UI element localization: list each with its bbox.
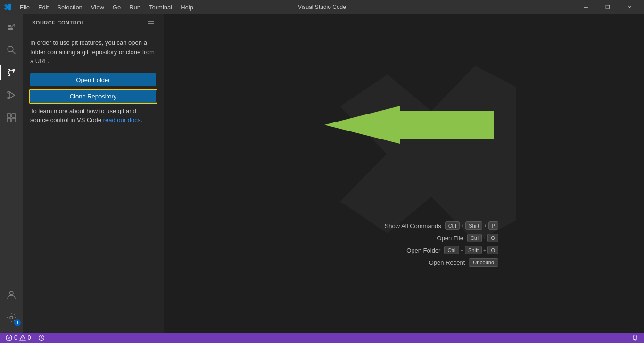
menu-edit[interactable]: Edit	[34, 3, 52, 12]
error-count: 0	[14, 335, 17, 341]
shortcut-keys-open-recent: Unbound	[469, 258, 498, 267]
svg-rect-14	[7, 118, 11, 122]
editor-area: Show All Commands Ctrl + Shift + P Open …	[164, 14, 644, 333]
titlebar-title: Visual Studio Code	[298, 4, 346, 10]
activity-icon-run-debug[interactable]	[0, 84, 23, 106]
warning-icon: !	[19, 335, 26, 341]
menu-terminal[interactable]: Terminal	[145, 3, 176, 12]
warning-count: 0	[28, 335, 31, 341]
titlebar: File Edit Selection View Go Run Terminal…	[0, 0, 644, 14]
statusbar-no-problems[interactable]	[36, 335, 47, 341]
statusbar-left: ✕ 0 ! 0	[4, 335, 47, 341]
menu-selection[interactable]: Selection	[53, 3, 86, 12]
svg-rect-1	[8, 25, 11, 26]
menu-run[interactable]: Run	[125, 3, 144, 12]
sidebar-content: In order to use git features, you can op…	[23, 31, 164, 333]
statusbar-notifications[interactable]	[630, 335, 640, 341]
history-icon	[38, 335, 45, 341]
svg-rect-13	[12, 114, 16, 117]
activity-bottom: 1	[0, 284, 23, 333]
shortcut-open-recent: Open Recent Unbound	[310, 258, 498, 267]
svg-text:✕: ✕	[7, 336, 11, 341]
statusbar: ✕ 0 ! 0	[0, 333, 644, 343]
sidebar-header: SOURCE CONTROL	[23, 14, 164, 31]
sidebar: SOURCE CONTROL In order to use git featu…	[23, 14, 164, 333]
activity-icon-explorer[interactable]	[0, 16, 23, 39]
vscode-logo-icon	[4, 3, 11, 11]
svg-point-10	[8, 91, 9, 93]
menu-help[interactable]: Help	[177, 3, 197, 12]
error-icon: ✕	[6, 335, 12, 341]
svg-point-8	[8, 74, 10, 76]
clone-repository-button[interactable]: Clone Repository	[30, 90, 156, 103]
sidebar-help-text: To learn more about how to use git and s…	[30, 106, 156, 125]
open-folder-button[interactable]: Open Folder	[30, 74, 156, 86]
svg-line-6	[13, 51, 16, 54]
statusbar-errors[interactable]: ✕ 0 ! 0	[4, 335, 33, 341]
sidebar-description: In order to use git features, you can op…	[30, 38, 156, 66]
svg-text:!: !	[22, 336, 23, 341]
sidebar-actions	[146, 17, 156, 28]
activity-icon-account[interactable]	[0, 284, 23, 306]
svg-point-16	[9, 291, 13, 295]
minimize-button[interactable]: ─	[575, 0, 597, 14]
svg-rect-0	[8, 24, 11, 24]
statusbar-right	[630, 335, 640, 341]
svg-rect-3	[8, 28, 13, 29]
menu-go[interactable]: Go	[109, 3, 124, 12]
activity-icon-source-control[interactable]	[0, 61, 23, 84]
menu-file[interactable]: File	[16, 3, 33, 12]
maximize-button[interactable]: ❐	[597, 0, 619, 14]
activity-bar: 1	[0, 14, 23, 333]
svg-rect-4	[8, 29, 13, 30]
titlebar-left: File Edit Selection View Go Run Terminal…	[4, 3, 197, 12]
menu-bar: File Edit Selection View Go Run Terminal…	[16, 3, 197, 12]
svg-point-17	[10, 316, 13, 319]
sidebar-more-actions-button[interactable]	[146, 17, 156, 28]
main-area: 1 SOURCE CONTROL In order to use git fea…	[0, 14, 644, 333]
svg-rect-2	[8, 26, 11, 27]
read-docs-link[interactable]: read our docs	[103, 116, 141, 123]
bell-icon	[632, 335, 638, 341]
activity-icon-manage[interactable]: 1	[0, 306, 23, 329]
svg-rect-15	[12, 118, 16, 122]
key-unbound: Unbound	[469, 258, 498, 267]
close-button[interactable]: ✕	[619, 0, 640, 14]
svg-rect-12	[7, 114, 11, 117]
svg-point-7	[8, 69, 10, 71]
activity-icon-extensions[interactable]	[0, 106, 23, 129]
menu-view[interactable]: View	[87, 3, 108, 12]
manage-badge: 1	[14, 319, 21, 326]
shortcut-label-open-recent: Open Recent	[389, 259, 465, 266]
activity-icon-search[interactable]	[0, 39, 23, 61]
vscode-watermark	[334, 59, 522, 249]
svg-point-11	[8, 97, 9, 99]
titlebar-controls: ─ ❐ ✕	[575, 0, 640, 14]
sidebar-title: SOURCE CONTROL	[32, 20, 85, 25]
